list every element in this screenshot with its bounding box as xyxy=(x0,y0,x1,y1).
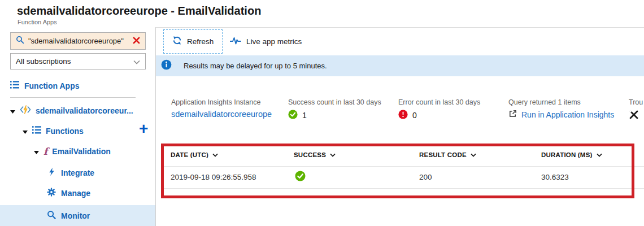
column-header-result-code[interactable]: RESULT CODE xyxy=(419,151,476,158)
expander-icon[interactable] xyxy=(10,106,15,116)
column-header-success[interactable]: SUCCESS xyxy=(294,151,336,158)
sidebar-item-label: Manage xyxy=(61,189,90,198)
app-insights-instance-link[interactable]: sdemailvalidatorcoreeurope xyxy=(171,110,272,119)
expander-icon[interactable] xyxy=(34,146,39,157)
banner-text: Results may be delayed for up to 5 minut… xyxy=(184,62,327,70)
stat-label: Error count in last 30 days xyxy=(398,98,480,106)
expander-icon[interactable] xyxy=(23,126,28,136)
error-count-value: 0 xyxy=(412,111,417,120)
run-in-application-insights-link[interactable]: Run in Application Insights xyxy=(521,110,614,119)
success-count-value: 1 xyxy=(302,111,307,120)
sidebar-item-manage[interactable]: Manage xyxy=(47,188,90,199)
tree-item-label: Functions xyxy=(46,127,84,136)
subscription-select[interactable]: All subscriptions xyxy=(10,53,146,69)
azure-portal-monitor-blade: sdemailvalidatorcoreeurope - EmailValida… xyxy=(0,0,644,226)
sidebar-divider xyxy=(10,97,136,98)
pulse-icon xyxy=(230,36,241,47)
sidebar-item-monitor[interactable]: Monitor xyxy=(0,205,155,226)
stat-label: Success count in last 30 days xyxy=(288,98,381,106)
page-title: sdemailvalidatorcoreeurope - EmailValida… xyxy=(17,5,261,18)
stat-query: Query returned 1 items Run in Applicatio… xyxy=(508,98,614,120)
external-link-icon xyxy=(508,110,517,120)
tree-item-app[interactable]: sdemailvalidatorcoreeur... xyxy=(10,105,133,116)
tree-item-label: EmailValidation xyxy=(52,147,110,156)
search-icon xyxy=(16,36,24,46)
search-value: "sdemailvalidatorcoreeurope" xyxy=(28,37,129,45)
subscription-selected: All subscriptions xyxy=(16,57,133,66)
sidebar-item-function-apps[interactable]: Function Apps xyxy=(10,81,79,91)
tools-icon[interactable] xyxy=(629,110,639,121)
tree-item-functions[interactable]: Functions xyxy=(23,126,84,136)
tree-item-emailvalidation[interactable]: f EmailValidation xyxy=(34,146,111,157)
refresh-label: Refresh xyxy=(187,37,214,46)
stat-troubleshoot: Trou xyxy=(629,98,643,121)
list-icon xyxy=(32,126,41,136)
info-icon xyxy=(161,59,172,72)
refresh-button[interactable]: Refresh xyxy=(163,29,223,54)
error-icon xyxy=(398,110,408,121)
stat-success-count: Success count in last 30 days 1 xyxy=(288,98,381,121)
live-app-metrics-label: Live app metrics xyxy=(246,37,302,46)
table-row-divider xyxy=(164,188,644,189)
column-label: DATE (UTC) xyxy=(171,151,208,158)
main-content: Refresh Live app metrics Results may be … xyxy=(156,27,644,226)
sort-chevron-icon xyxy=(597,151,602,158)
sort-chevron-icon xyxy=(330,151,336,158)
stat-app-insights: Application Insights Instance sdemailval… xyxy=(171,98,272,119)
success-icon xyxy=(288,110,298,121)
sidebar-item-label: Function Apps xyxy=(24,81,79,90)
cell-result-code: 200 xyxy=(419,173,432,181)
add-function-button[interactable]: + xyxy=(139,121,148,137)
info-banner: Results may be delayed for up to 5 minut… xyxy=(156,55,644,76)
stat-label: Application Insights Instance xyxy=(171,98,272,106)
function-app-icon xyxy=(20,105,31,116)
table-header-divider xyxy=(164,166,644,167)
clear-search-icon[interactable] xyxy=(133,36,140,46)
lightning-icon xyxy=(49,167,55,179)
sidebar-item-integrate[interactable]: Integrate xyxy=(49,167,94,179)
sort-chevron-icon xyxy=(471,151,476,158)
sidebar: "sdemailvalidatorcoreeurope" All subscri… xyxy=(0,27,156,226)
chevron-down-icon xyxy=(133,56,140,67)
column-header-date[interactable]: DATE (UTC) xyxy=(171,151,218,158)
column-header-duration[interactable]: DURATION (MS) xyxy=(541,151,602,158)
page-subtitle: Function Apps xyxy=(18,19,57,25)
cell-duration: 30.6323 xyxy=(541,173,569,181)
stat-label: Trou xyxy=(629,98,643,106)
refresh-icon xyxy=(172,36,182,47)
list-icon xyxy=(10,81,19,91)
stat-label: Query returned 1 items xyxy=(508,98,614,106)
sidebar-item-label: Monitor xyxy=(61,211,90,220)
sort-chevron-icon xyxy=(212,151,218,158)
sidebar-item-label: Integrate xyxy=(61,168,94,177)
success-check-icon xyxy=(295,171,306,184)
live-app-metrics-button[interactable]: Live app metrics xyxy=(223,29,308,54)
search-input[interactable]: "sdemailvalidatorcoreeurope" xyxy=(10,32,146,50)
search-icon xyxy=(47,210,56,221)
column-label: SUCCESS xyxy=(294,151,326,158)
tree-item-label: sdemailvalidatorcoreeur... xyxy=(36,106,133,115)
gear-icon xyxy=(47,188,56,199)
cell-date: 2019-09-18 09:26:55.958 xyxy=(171,173,256,181)
column-label: RESULT CODE xyxy=(419,151,467,158)
function-f-icon: f xyxy=(43,147,47,156)
stat-error-count: Error count in last 30 days 0 xyxy=(398,98,480,121)
column-label: DURATION (MS) xyxy=(541,151,593,158)
